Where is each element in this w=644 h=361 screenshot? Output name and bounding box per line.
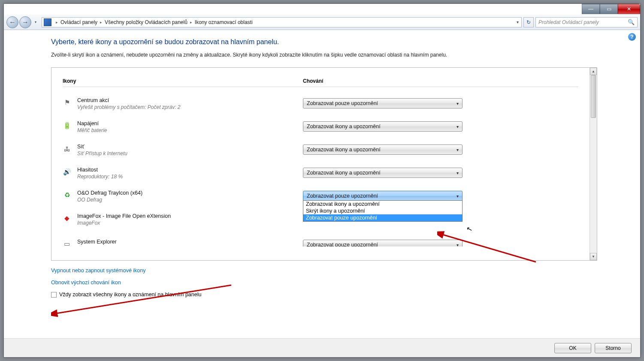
column-header-behavior: Chování — [303, 78, 578, 84]
scroll-up-button[interactable]: ▲ — [590, 68, 597, 75]
behavior-select[interactable]: Zobrazovat ikony a upozornění — [303, 121, 463, 132]
column-header-icons: Ikony — [63, 78, 303, 84]
select-value: Zobrazovat ikony a upozornění — [307, 147, 381, 153]
row-title: System Explorer — [77, 239, 296, 245]
row-title: Síť — [77, 144, 296, 150]
list-item: 🔊HlasitostReproduktory: 18 %Zobrazovat i… — [63, 167, 578, 180]
row-subtitle: Měřič baterie — [77, 127, 296, 133]
chevron-down-icon[interactable]: ▾ — [517, 20, 519, 24]
behavior-select[interactable]: Zobrazovat pouze upozornění — [303, 98, 463, 108]
list-item: ⚑Centrum akcíVyřešit problémy s počítače… — [63, 97, 578, 110]
back-button[interactable]: ← — [6, 16, 18, 28]
row-subtitle: Reproduktory: 18 % — [77, 174, 296, 180]
page-heading: Vyberte, které ikony a upozornění se bud… — [51, 38, 597, 46]
row-title: Hlasitost — [77, 167, 296, 173]
nav-toolbar: ← → ▾ ▸ Ovládací panely ▸ Všechny položk… — [4, 15, 640, 30]
select-value: Zobrazovat ikony a upozornění — [307, 170, 381, 176]
minimize-icon: — — [588, 6, 593, 12]
dropdown-option[interactable]: Zobrazovat ikony a upozornění — [303, 201, 462, 208]
content-pane: ? Vyberte, které ikony a upozornění se b… — [4, 30, 640, 333]
row-title: O&O Defrag TrayIcon (x64) — [77, 190, 296, 196]
ok-button[interactable]: OK — [554, 343, 591, 353]
row-subtitle: OO Defrag — [77, 197, 296, 203]
always-show-checkbox[interactable] — [51, 292, 57, 298]
history-button[interactable]: ▾ — [32, 18, 39, 26]
app-icon: ⚑ — [63, 98, 71, 107]
chevron-icon: ▸ — [56, 20, 58, 24]
row-subtitle: Vyřešit problémy s počítačem: Počet zprá… — [77, 104, 296, 110]
forward-button[interactable]: → — [19, 16, 31, 28]
system-icons-link[interactable]: Vypnout nebo zapnout systémové ikony — [51, 268, 597, 274]
list-item: ▭System ExplorerZobrazovat pouze upozorn… — [63, 239, 578, 247]
scroll-down-button[interactable]: ▼ — [590, 253, 597, 260]
list-item: 🔋NapájeníMěřič baterieZobrazovat ikony a… — [63, 120, 578, 133]
breadcrumb-segment[interactable]: Ovládací panely — [60, 19, 97, 25]
cancel-button[interactable]: Storno — [595, 343, 632, 353]
refresh-icon: ↻ — [526, 19, 531, 25]
list-item: 🖧SíťSíť Přístup k InternetuZobrazovat ik… — [63, 144, 578, 156]
app-icon: 🔋 — [63, 121, 71, 130]
always-show-label: Vždy zobrazit všechny ikony a oznámení n… — [59, 292, 201, 298]
behavior-select[interactable]: Zobrazovat pouze upozornění — [303, 191, 463, 201]
window-buttons: — ▭ ✕ — [582, 4, 640, 14]
maximize-button[interactable]: ▭ — [600, 4, 618, 14]
select-value: Zobrazovat pouze upozornění — [307, 100, 378, 106]
page-subtext: Zvolíte-li skrytí ikon a oznámení, nebud… — [51, 52, 597, 58]
maximize-icon: ▭ — [607, 6, 611, 12]
list-item: ♻O&O Defrag TrayIcon (x64)OO DefragZobra… — [63, 190, 578, 203]
control-panel-icon — [44, 18, 51, 26]
row-title: ImageFox - Image File Open eXtension — [77, 213, 296, 219]
search-icon: 🔍 — [628, 19, 635, 25]
behavior-select[interactable]: Zobrazovat ikony a upozornění — [303, 144, 463, 155]
select-value: Zobrazovat pouze upozornění — [307, 242, 378, 247]
chevron-icon: ▸ — [100, 20, 102, 24]
row-title: Centrum akcí — [77, 97, 296, 103]
scrollbar[interactable]: ▲ ▼ — [590, 68, 597, 260]
select-value: Zobrazovat pouze upozornění — [307, 193, 378, 199]
close-button[interactable]: ✕ — [618, 4, 640, 14]
app-icon: 🔊 — [63, 168, 71, 176]
app-icon: ▭ — [63, 240, 71, 247]
minimize-button[interactable]: — — [582, 4, 600, 14]
refresh-button[interactable]: ↻ — [523, 17, 534, 27]
row-subtitle: Síť Přístup k Internetu — [77, 150, 296, 156]
forward-icon: → — [22, 18, 29, 26]
search-input[interactable]: Prohledat Ovládací panely 🔍 — [535, 17, 638, 27]
dropdown-list: Zobrazovat ikony a upozorněníSkrýt ikony… — [303, 200, 463, 222]
row-subtitle: ImageFox — [77, 220, 296, 226]
close-icon: ✕ — [627, 6, 631, 12]
row-title: Napájení — [77, 120, 296, 126]
dropdown-option[interactable]: Skrýt ikony a upozornění — [303, 208, 462, 214]
app-icon: ♻ — [63, 191, 71, 199]
breadcrumb-segment[interactable]: Všechny položky Ovládacích panelů — [105, 19, 187, 25]
dialog-footer: OK Storno — [4, 338, 640, 357]
breadcrumb-segment[interactable]: Ikony oznamovací oblasti — [195, 19, 253, 25]
icons-list-frame: Ikony Chování ⚑Centrum akcíVyřešit probl… — [51, 67, 597, 261]
select-value: Zobrazovat ikony a upozornění — [307, 123, 381, 129]
dropdown-option[interactable]: Zobrazovat pouze upozornění — [303, 214, 462, 221]
search-placeholder: Prohledat Ovládací panely — [538, 19, 599, 25]
chevron-icon: ▸ — [190, 20, 192, 24]
app-icon: 🖧 — [63, 144, 71, 153]
behavior-select[interactable]: Zobrazovat pouze upozornění — [303, 240, 463, 247]
behavior-select[interactable]: Zobrazovat ikony a upozornění — [303, 168, 463, 178]
restore-defaults-link[interactable]: Obnovit výchozí chování ikon — [51, 280, 597, 286]
scroll-thumb[interactable] — [591, 75, 596, 118]
breadcrumb[interactable]: ▸ Ovládací panely ▸ Všechny položky Ovlá… — [42, 17, 522, 27]
back-icon: ← — [9, 18, 16, 26]
app-icon: ◆ — [63, 214, 71, 223]
control-panel-window: — ▭ ✕ ← → ▾ ▸ Ovládací panely ▸ Všechny … — [3, 3, 641, 358]
